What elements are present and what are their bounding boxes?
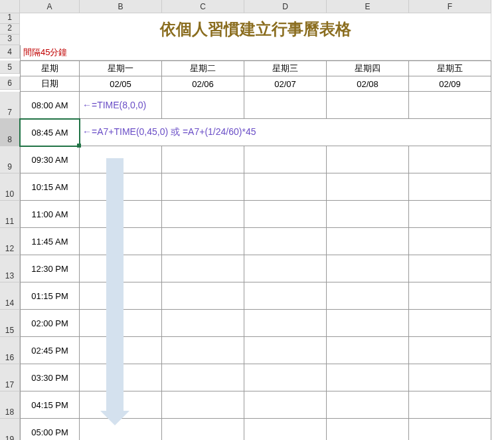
cell[interactable] [162, 337, 244, 364]
row-header[interactable]: 8 [0, 119, 20, 146]
cell[interactable] [162, 255, 244, 282]
cell[interactable] [327, 173, 409, 201]
cell[interactable] [162, 92, 244, 119]
cell[interactable] [80, 364, 162, 391]
cell[interactable] [409, 228, 491, 255]
time-cell[interactable]: 09:30 AM [20, 146, 80, 173]
cell[interactable]: 星期五 [409, 60, 491, 76]
fill-handle[interactable] [77, 144, 81, 148]
cell[interactable]: 02/08 [327, 76, 409, 92]
cell[interactable]: 02/09 [409, 76, 491, 92]
cell[interactable] [327, 146, 409, 173]
cell[interactable] [162, 201, 244, 228]
time-cell-selected[interactable]: 08:45 AM [20, 119, 80, 146]
col-header-A[interactable]: A [20, 0, 80, 13]
cell[interactable] [244, 92, 327, 119]
cell[interactable] [244, 391, 327, 419]
cell[interactable] [80, 255, 162, 282]
cell[interactable]: 星期二 [162, 60, 244, 76]
cell[interactable] [244, 201, 327, 228]
cell[interactable] [327, 419, 409, 440]
time-cell[interactable]: 01:15 PM [20, 282, 80, 310]
cell[interactable]: 星期 [20, 60, 80, 76]
col-header-E[interactable]: E [327, 0, 409, 13]
row-header[interactable]: 4 [0, 45, 20, 58]
row-header[interactable]: 2 [0, 24, 20, 35]
cell[interactable] [162, 419, 244, 440]
cell[interactable] [409, 419, 491, 440]
row-header[interactable]: 14 [0, 282, 20, 310]
cell[interactable] [327, 92, 409, 119]
cell[interactable] [162, 282, 244, 310]
row-header[interactable]: 7 [0, 92, 20, 119]
cell[interactable] [80, 146, 162, 173]
cell[interactable] [244, 146, 327, 173]
cell[interactable] [409, 391, 491, 419]
cell[interactable] [244, 310, 327, 337]
row-header[interactable]: 11 [0, 201, 20, 228]
select-all-corner[interactable] [0, 0, 20, 13]
col-header-D[interactable]: D [244, 0, 327, 13]
cell[interactable] [80, 391, 162, 419]
cell[interactable] [409, 255, 491, 282]
col-header-F[interactable]: F [409, 0, 491, 13]
cell[interactable]: 日期 [20, 76, 80, 92]
time-cell[interactable]: 02:45 PM [20, 337, 80, 364]
cell[interactable]: 02/07 [244, 76, 327, 92]
row-header[interactable]: 3 [0, 35, 20, 45]
cell[interactable] [327, 228, 409, 255]
cell[interactable] [244, 337, 327, 364]
cell[interactable]: 星期一 [80, 60, 162, 76]
cell[interactable] [327, 255, 409, 282]
cell[interactable] [409, 201, 491, 228]
cell[interactable] [327, 364, 409, 391]
time-cell[interactable]: 08:00 AM [20, 92, 80, 119]
cell[interactable] [327, 337, 409, 364]
cell[interactable] [409, 173, 491, 201]
time-cell[interactable]: 02:00 PM [20, 310, 80, 337]
time-cell[interactable]: 12:30 PM [20, 255, 80, 282]
cell[interactable] [80, 337, 162, 364]
cell[interactable]: 星期三 [244, 60, 327, 76]
cell[interactable] [244, 364, 327, 391]
cell[interactable] [162, 310, 244, 337]
cell[interactable] [244, 173, 327, 201]
time-cell[interactable]: 11:00 AM [20, 201, 80, 228]
cell[interactable] [244, 228, 327, 255]
cell[interactable]: 02/06 [162, 76, 244, 92]
time-cell[interactable]: 04:15 PM [20, 391, 80, 419]
row-header[interactable]: 13 [0, 255, 20, 282]
cell[interactable] [409, 92, 491, 119]
row-header[interactable]: 19 [0, 419, 20, 440]
row-header[interactable]: 12 [0, 228, 20, 255]
cell[interactable] [244, 282, 327, 310]
cell[interactable] [80, 282, 162, 310]
cell[interactable] [162, 173, 244, 201]
spreadsheet-grid[interactable]: A B C D E F 1 依個人習慣建立行事曆表格 2 3 4 間隔45分鐘 … [0, 0, 491, 440]
time-cell[interactable]: 05:00 PM [20, 419, 80, 440]
row-header[interactable]: 5 [0, 60, 20, 74]
cell[interactable] [162, 391, 244, 419]
row-header[interactable]: 17 [0, 364, 20, 391]
cell[interactable] [327, 282, 409, 310]
formula-cell[interactable]: ←=TIME(8,0,0) [80, 92, 162, 119]
cell[interactable] [244, 419, 327, 440]
cell[interactable] [409, 282, 491, 310]
row-header[interactable]: 18 [0, 391, 20, 419]
cell[interactable] [244, 255, 327, 282]
row-header[interactable]: 10 [0, 173, 20, 201]
cell[interactable] [162, 146, 244, 173]
cell[interactable] [80, 173, 162, 201]
cell[interactable] [409, 364, 491, 391]
cell[interactable]: 02/05 [80, 76, 162, 92]
cell[interactable] [162, 228, 244, 255]
time-cell[interactable]: 11:45 AM [20, 228, 80, 255]
cell[interactable] [80, 419, 162, 440]
col-header-C[interactable]: C [162, 0, 244, 13]
cell[interactable] [80, 310, 162, 337]
cell[interactable] [80, 201, 162, 228]
row-header[interactable]: 1 [0, 13, 20, 24]
cell[interactable]: 星期四 [327, 60, 409, 76]
formula-cell[interactable]: ←=A7+TIME(0,45,0) 或 =A7+(1/24/60)*45 [80, 119, 491, 146]
cell[interactable] [80, 228, 162, 255]
